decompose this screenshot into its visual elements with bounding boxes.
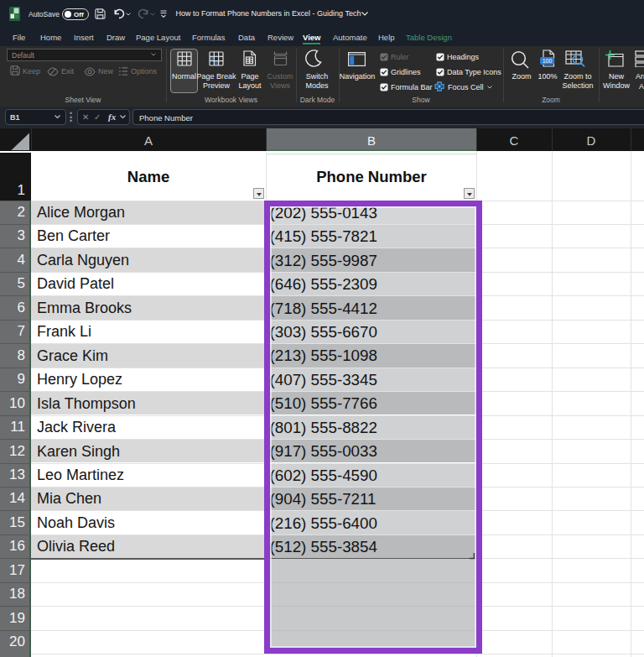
svg-text:100: 100 [543, 58, 553, 64]
